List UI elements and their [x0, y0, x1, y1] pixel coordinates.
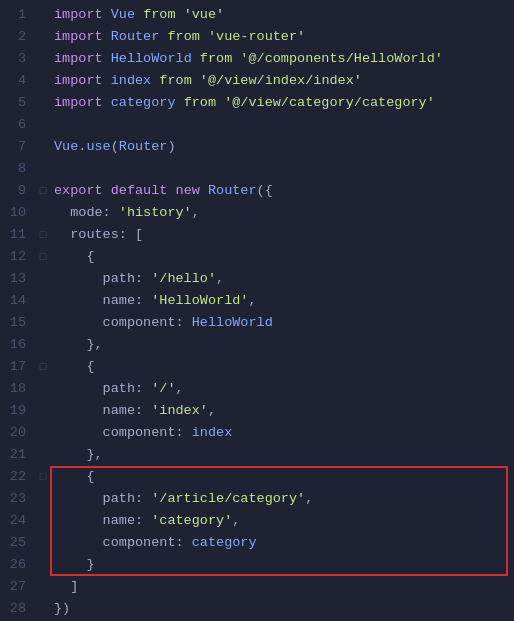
code-line-5: import category from '@/view/category/ca…: [54, 92, 514, 114]
line-num-10: 10: [0, 202, 36, 224]
code-line-22: {: [54, 466, 514, 488]
line-num-3: 3: [0, 48, 36, 70]
fold-2: [36, 26, 50, 48]
code-line-18: path: '/',: [54, 378, 514, 400]
line-num-13: 13: [0, 268, 36, 290]
fold-21: [36, 444, 50, 466]
line-num-7: 7: [0, 136, 36, 158]
fold-7: [36, 136, 50, 158]
fold-24: [36, 510, 50, 532]
line-num-21: 21: [0, 444, 36, 466]
code-line-15: component: HelloWorld: [54, 312, 514, 334]
fold-9[interactable]: □: [36, 180, 50, 202]
fold-23: [36, 488, 50, 510]
code-line-13: path: '/hello',: [54, 268, 514, 290]
line-num-22: 22: [0, 466, 36, 488]
line-num-23: 23: [0, 488, 36, 510]
line-num-2: 2: [0, 26, 36, 48]
fold-6: [36, 114, 50, 136]
code-line-8: [54, 158, 514, 180]
fold-15: [36, 312, 50, 334]
code-line-27: ]: [54, 576, 514, 598]
code-line-19: name: 'index',: [54, 400, 514, 422]
code-editor: 1 2 3 4 5 6 7 8 9 10 11 12 13 14 15 16 1…: [0, 0, 514, 621]
code-content: import Vue from 'vue' import Router from…: [50, 0, 514, 621]
fold-5: [36, 92, 50, 114]
fold-4: [36, 70, 50, 92]
line-num-24: 24: [0, 510, 36, 532]
code-line-24: name: 'category',: [54, 510, 514, 532]
line-num-16: 16: [0, 334, 36, 356]
line-num-5: 5: [0, 92, 36, 114]
line-num-1: 1: [0, 4, 36, 26]
fold-18: [36, 378, 50, 400]
fold-22[interactable]: □: [36, 466, 50, 488]
code-line-23: path: '/article/category',: [54, 488, 514, 510]
fold-28: [36, 598, 50, 620]
highlighted-block: { path: '/article/category', name: 'cate…: [54, 466, 514, 576]
code-line-20: component: index: [54, 422, 514, 444]
line-num-8: 8: [0, 158, 36, 180]
fold-14: [36, 290, 50, 312]
fold-25: [36, 532, 50, 554]
line-num-25: 25: [0, 532, 36, 554]
code-line-16: },: [54, 334, 514, 356]
line-num-15: 15: [0, 312, 36, 334]
code-line-9: export default new Router({: [54, 180, 514, 202]
line-num-28: 28: [0, 598, 36, 620]
line-num-9: 9: [0, 180, 36, 202]
fold-17[interactable]: □: [36, 356, 50, 378]
fold-8: [36, 158, 50, 180]
line-num-11: 11: [0, 224, 36, 246]
fold-gutter: □ □ □ □ □: [36, 0, 50, 621]
line-num-19: 19: [0, 400, 36, 422]
line-num-6: 6: [0, 114, 36, 136]
fold-27: [36, 576, 50, 598]
code-line-28: }): [54, 598, 514, 620]
line-num-14: 14: [0, 290, 36, 312]
code-line-12: {: [54, 246, 514, 268]
line-num-12: 12: [0, 246, 36, 268]
line-num-18: 18: [0, 378, 36, 400]
line-numbers: 1 2 3 4 5 6 7 8 9 10 11 12 13 14 15 16 1…: [0, 0, 36, 621]
fold-19: [36, 400, 50, 422]
code-line-25: component: category: [54, 532, 514, 554]
code-line-7: Vue.use(Router): [54, 136, 514, 158]
fold-16: [36, 334, 50, 356]
fold-13: [36, 268, 50, 290]
code-line-21: },: [54, 444, 514, 466]
code-line-2: import Router from 'vue-router': [54, 26, 514, 48]
fold-12[interactable]: □: [36, 246, 50, 268]
code-line-11: routes: [: [54, 224, 514, 246]
fold-20: [36, 422, 50, 444]
code-line-10: mode: 'history',: [54, 202, 514, 224]
line-num-26: 26: [0, 554, 36, 576]
fold-11[interactable]: □: [36, 224, 50, 246]
line-num-17: 17: [0, 356, 36, 378]
code-line-14: name: 'HelloWorld',: [54, 290, 514, 312]
code-line-6: [54, 114, 514, 136]
line-num-4: 4: [0, 70, 36, 92]
line-num-27: 27: [0, 576, 36, 598]
fold-10: [36, 202, 50, 224]
fold-26: [36, 554, 50, 576]
code-line-3: import HelloWorld from '@/components/Hel…: [54, 48, 514, 70]
line-num-20: 20: [0, 422, 36, 444]
code-line-4: import index from '@/view/index/index': [54, 70, 514, 92]
code-line-17: {: [54, 356, 514, 378]
code-line-26: }: [54, 554, 514, 576]
fold-1: [36, 4, 50, 26]
code-line-1: import Vue from 'vue': [54, 4, 514, 26]
fold-3: [36, 48, 50, 70]
